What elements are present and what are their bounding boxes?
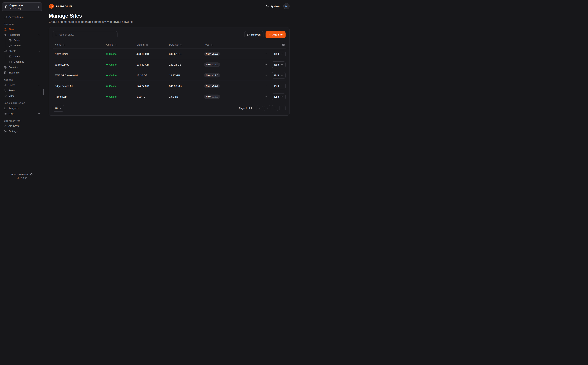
sidebar-item-clients[interactable]: Clients (2, 49, 42, 54)
row-menu-button[interactable] (264, 63, 268, 67)
main-area: PANGOLIN System M Manage Sites Create an… (44, 0, 294, 182)
table-row: Edge Device 01 Online 144.24 MB 341.93 M… (53, 81, 286, 91)
first-page-button[interactable] (257, 105, 263, 111)
sidebar-item-settings[interactable]: Settings (2, 129, 42, 134)
sidebar-item-public[interactable]: Public (6, 38, 42, 43)
theme-label: System (270, 5, 280, 8)
organization-switcher[interactable]: Organization ACME Corp. (2, 2, 42, 11)
column-header-type[interactable]: Type (204, 43, 244, 46)
sort-icon (211, 44, 213, 46)
github-icon[interactable] (30, 173, 33, 176)
column-header-online[interactable]: Online (106, 43, 137, 46)
receipt-icon (4, 71, 7, 74)
edit-button[interactable]: Edit (272, 51, 286, 57)
sidebar-item-machines[interactable]: Machines (6, 59, 42, 64)
sidebar-item-server-admin[interactable]: Server Admin (2, 14, 42, 20)
data-in: 13.10 GB (136, 74, 169, 77)
sidebar-item-users[interactable]: Users (2, 83, 42, 88)
page-subtitle: Create and manage sites to enable connec… (49, 20, 289, 23)
external-link-icon[interactable] (25, 177, 28, 179)
type-cell: Newt v1.7.0 (204, 95, 244, 99)
search-input[interactable] (53, 31, 118, 38)
users-icon (4, 89, 7, 92)
org-label: Organization (9, 4, 35, 7)
monitor-up-icon (4, 50, 7, 53)
online-dot (106, 64, 108, 65)
page-header: Manage Sites Create and manage sites to … (44, 12, 294, 23)
row-menu-button[interactable] (264, 52, 268, 56)
edit-button[interactable]: Edit (272, 72, 286, 79)
row-menu-button[interactable] (264, 95, 268, 99)
sidebar-item-links[interactable]: Links (2, 93, 42, 98)
page-title: Manage Sites (49, 13, 289, 19)
site-name: Home Lab (53, 95, 106, 98)
add-site-button[interactable]: Add Site (266, 31, 286, 38)
sidebar-item-label: Public (14, 39, 40, 42)
sidebar-item-api-keys[interactable]: API Keys (2, 123, 42, 129)
moon-icon (266, 5, 269, 8)
resources-subnav: Public Private (6, 38, 42, 49)
last-page-button[interactable] (279, 105, 286, 111)
sidebar-item-roles[interactable]: Roles (2, 88, 42, 93)
resources-icon (4, 34, 7, 36)
row-menu-button[interactable] (264, 73, 268, 77)
sidebar-item-label: Roles (8, 89, 40, 92)
prev-page-button[interactable] (264, 105, 270, 111)
row-menu-button[interactable] (264, 84, 268, 88)
type-badge: Newt v1.7.0 (204, 73, 220, 77)
online-dot (106, 75, 108, 76)
edit-button[interactable]: Edit (272, 93, 286, 100)
chevron-down-icon (38, 84, 40, 86)
chevron-up-icon (38, 34, 40, 36)
status-label: Online (109, 95, 117, 98)
sidebar-item-label: Server Admin (8, 16, 40, 19)
globe-lock-icon (9, 44, 12, 47)
site-name: Jeff's Laptop (53, 63, 106, 66)
edit-button[interactable]: Edit (272, 83, 286, 89)
edit-label: Edit (274, 85, 279, 87)
status-label: Online (109, 74, 117, 77)
sidebar-item-resources[interactable]: Resources (2, 32, 42, 38)
theme-toggle-button[interactable]: System (266, 5, 280, 8)
globe-icon (9, 39, 12, 42)
edit-button[interactable]: Edit (272, 61, 286, 68)
data-out: 349.62 DB (169, 52, 204, 55)
arrow-right-icon (280, 95, 283, 98)
table-row: North Office Online 423.13 GB 349.62 DB … (53, 49, 286, 59)
type-badge: Newt v1.7.0 (204, 84, 220, 88)
site-status: Online (106, 63, 137, 66)
arrow-right-icon (280, 74, 283, 77)
type-badge: Newt v1.7.0 (204, 52, 220, 56)
sort-icon (146, 44, 148, 46)
type-cell: Newt v1.7.0 (204, 52, 244, 56)
next-page-button[interactable] (272, 105, 278, 111)
column-label: Name (55, 43, 61, 46)
app-root: Organization ACME Corp. Server Admin GEN… (0, 0, 294, 182)
sidebar-item-sites[interactable]: Sites (2, 27, 42, 32)
link-icon (4, 95, 7, 98)
chevron-down-icon (59, 107, 62, 109)
column-header-name[interactable]: Name (53, 43, 106, 46)
refresh-button[interactable]: Refresh (244, 31, 263, 38)
sidebar-scrollbar[interactable] (43, 89, 44, 95)
site-status: Online (106, 95, 137, 98)
brand-name: PANGOLIN (56, 5, 72, 8)
chevron-down-icon (38, 112, 40, 115)
column-header-data-in[interactable]: Data In (136, 43, 169, 46)
sidebar-item-blueprints[interactable]: Blueprints (2, 70, 42, 75)
sidebar-item-client-users[interactable]: Users (6, 54, 42, 59)
sidebar-item-logs[interactable]: Logs (2, 111, 42, 116)
user-avatar[interactable]: M (283, 3, 289, 9)
brand[interactable]: PANGOLIN (49, 3, 72, 9)
sidebar-item-analytics[interactable]: Analytics (2, 105, 42, 111)
sidebar-item-private[interactable]: Private (6, 43, 42, 48)
type-cell: Newt v1.7.0 (204, 63, 244, 67)
refresh-label: Refresh (251, 33, 260, 36)
page-size-select[interactable]: 20 (53, 105, 64, 112)
column-visibility-button[interactable] (244, 43, 286, 46)
sidebar-item-domains[interactable]: Domains (2, 65, 42, 70)
sidebar-nav: Server Admin GENERAL Sites Resources (2, 14, 42, 134)
column-header-data-out[interactable]: Data Out (169, 43, 204, 46)
sidebar-item-label: API Keys (8, 125, 40, 127)
sidebar-item-label: Analytics (8, 107, 40, 110)
